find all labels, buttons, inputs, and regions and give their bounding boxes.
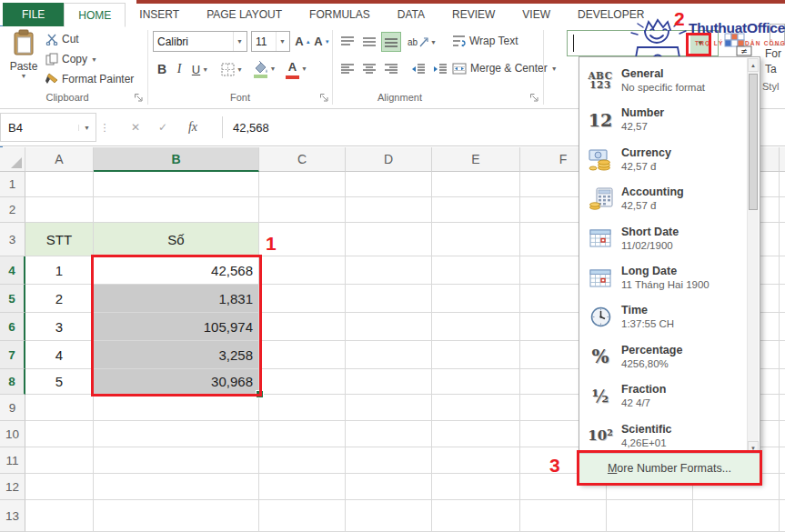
font-color-dropdown-arrow[interactable]: ▼	[301, 65, 307, 72]
cell-G13[interactable]	[607, 500, 693, 532]
row-header-10[interactable]: 10	[0, 421, 25, 447]
cell-A10[interactable]	[25, 421, 94, 447]
row-header-13[interactable]: 13	[0, 500, 25, 532]
formula-bar-splitter[interactable]: ⋮	[100, 113, 109, 142]
bottom-align-button[interactable]	[381, 32, 401, 52]
paste-button[interactable]: Paste ▼	[5, 28, 42, 90]
cell-E13[interactable]	[432, 500, 520, 532]
insert-function-button[interactable]: fx	[180, 113, 206, 142]
column-header-A[interactable]: A	[25, 147, 94, 172]
cell-B1[interactable]	[94, 172, 259, 197]
row-header-11[interactable]: 11	[0, 447, 25, 474]
italic-button[interactable]: I	[173, 60, 186, 78]
format-option-number[interactable]: 12Number42,57	[579, 100, 747, 139]
cell-D3[interactable]	[346, 223, 432, 256]
format-option-accounting[interactable]: Accounting42,57 đ	[579, 179, 747, 218]
cell-I7[interactable]	[780, 341, 785, 369]
row-header-1[interactable]: 1	[0, 172, 25, 197]
cell-C9[interactable]	[259, 395, 346, 421]
tab-formulas[interactable]: FORMULAS	[296, 3, 384, 26]
column-header-E[interactable]: E	[432, 147, 520, 172]
cell-A12[interactable]	[25, 474, 94, 500]
cell-D8[interactable]	[346, 369, 432, 395]
cell-I11[interactable]	[780, 447, 785, 474]
font-size-dropdown-arrow[interactable]: ▼	[276, 32, 286, 51]
format-option-time[interactable]: Time1:37:55 CH	[579, 297, 747, 336]
cell-E8[interactable]	[432, 369, 520, 395]
row-header-8[interactable]: 8	[0, 369, 25, 395]
cell-B3[interactable]: Số	[94, 223, 259, 256]
dropdown-scrollbar[interactable]: ▲ ▼	[747, 58, 759, 455]
enter-button[interactable]: ✓	[151, 113, 175, 142]
cell-B12[interactable]	[94, 474, 259, 500]
row-header-5[interactable]: 5	[0, 285, 25, 313]
cell-B10[interactable]	[94, 421, 259, 447]
increase-indent-button[interactable]	[430, 59, 450, 79]
cell-A9[interactable]	[25, 395, 94, 421]
tab-page-layout[interactable]: PAGE LAYOUT	[193, 3, 296, 26]
merge-center-dropdown-arrow[interactable]: ▼	[551, 65, 558, 72]
cell-I1[interactable]	[780, 172, 785, 197]
cell-I5[interactable]	[780, 285, 785, 313]
cell-D9[interactable]	[346, 395, 432, 421]
row-header-6[interactable]: 6	[0, 313, 25, 341]
alignment-dialog-launcher-icon[interactable]	[529, 93, 539, 103]
cell-A5[interactable]: 2	[25, 285, 94, 313]
font-name-combo[interactable]: Calibri ▼	[153, 31, 247, 52]
cut-button[interactable]: Cut	[45, 33, 79, 45]
orientation-dropdown-arrow[interactable]: ▼	[430, 39, 437, 45]
bold-button[interactable]: B	[155, 60, 169, 78]
cell-A8[interactable]: 5	[25, 369, 94, 395]
clipboard-dialog-launcher-icon[interactable]	[134, 93, 144, 103]
name-box-dropdown-arrow[interactable]: ▼	[78, 125, 90, 131]
name-box[interactable]: B4 ▼	[0, 113, 96, 142]
cell-I9[interactable]	[780, 395, 785, 421]
row-header-4[interactable]: 4	[0, 256, 25, 285]
cell-A7[interactable]: 4	[25, 341, 94, 369]
cell-D5[interactable]	[346, 285, 432, 313]
cell-I6[interactable]	[780, 313, 785, 341]
cell-E10[interactable]	[432, 421, 520, 447]
cell-D2[interactable]	[346, 197, 432, 223]
align-left-button[interactable]	[337, 59, 357, 79]
cell-B11[interactable]	[94, 447, 259, 474]
cell-I13[interactable]	[780, 500, 785, 532]
cell-I8[interactable]	[780, 369, 785, 395]
cell-C8[interactable]	[259, 369, 346, 395]
cell-E9[interactable]	[432, 395, 520, 421]
row-header-7[interactable]: 7	[0, 341, 25, 369]
tab-home[interactable]: HOME	[64, 3, 126, 27]
cell-A4[interactable]: 1	[25, 256, 94, 285]
middle-align-button[interactable]	[359, 32, 379, 52]
format-option-fraction[interactable]: ½Fraction42 4/7	[579, 376, 747, 416]
format-painter-button[interactable]: Format Painter	[45, 73, 134, 85]
column-header-I[interactable]: I	[780, 147, 785, 172]
cell-I10[interactable]	[780, 421, 785, 447]
cell-D4[interactable]	[346, 256, 432, 285]
format-option-general[interactable]: ABC123GeneralNo specific format	[579, 61, 747, 100]
row-header-2[interactable]: 2	[0, 197, 25, 223]
merge-center-button[interactable]: Merge & Center ▼	[452, 62, 558, 75]
align-center-button[interactable]	[359, 59, 379, 79]
borders-button[interactable]: ▼	[218, 60, 246, 78]
tab-review[interactable]: REVIEW	[438, 3, 508, 26]
cell-C12[interactable]	[259, 474, 346, 500]
cell-E5[interactable]	[432, 285, 520, 313]
cell-E1[interactable]	[432, 172, 520, 197]
cell-A13[interactable]	[25, 500, 94, 532]
font-name-dropdown-arrow[interactable]: ▼	[233, 32, 243, 51]
decrease-font-size-button[interactable]: A▼	[313, 32, 331, 51]
cell-D7[interactable]	[346, 341, 432, 369]
cell-A1[interactable]	[25, 172, 94, 197]
copy-button[interactable]: Copy ▼	[45, 53, 97, 65]
cell-D10[interactable]	[346, 421, 432, 447]
cell-F13[interactable]	[520, 500, 607, 532]
cell-E4[interactable]	[432, 256, 520, 285]
cell-E11[interactable]	[432, 447, 520, 474]
cell-D12[interactable]	[346, 474, 432, 500]
borders-dropdown-arrow[interactable]: ▼	[237, 66, 243, 73]
column-header-B[interactable]: B	[94, 147, 259, 172]
row-header-9[interactable]: 9	[0, 395, 25, 421]
cell-C1[interactable]	[259, 172, 346, 197]
cell-E3[interactable]	[432, 223, 520, 256]
